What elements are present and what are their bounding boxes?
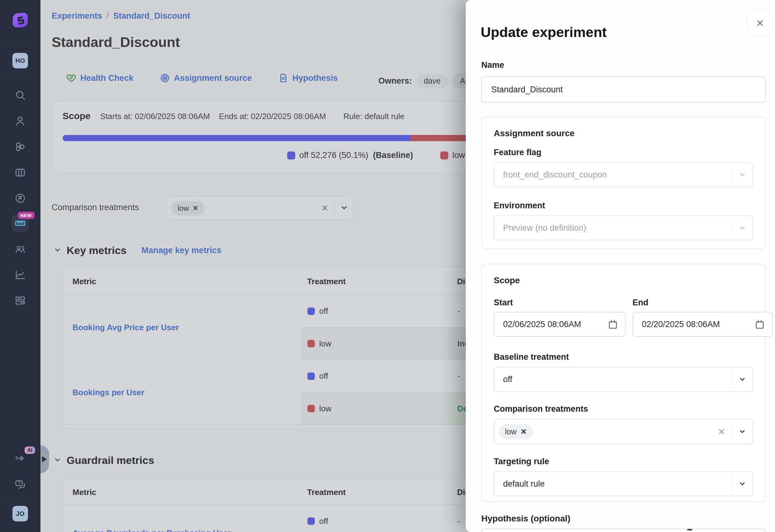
person-icon [14, 115, 26, 127]
assignment-source-link[interactable]: Assignment source [160, 73, 252, 83]
hexagons-icon [14, 141, 26, 153]
treatment-name: off [319, 371, 328, 381]
comparison-treatments-multiselect[interactable]: low ✕ ✕ [494, 419, 753, 444]
treatment-name: off [319, 306, 328, 316]
hypothesis-textarea[interactable] [481, 529, 766, 532]
dashboard-grid-icon [14, 295, 26, 307]
end-date-input[interactable]: 02/20/2025 08:06AM [633, 312, 773, 337]
hypothesis-link[interactable]: Hypothesis [278, 73, 338, 83]
hypothesis-label: Hypothesis (optional) [481, 514, 570, 524]
sidebar-item-feature-flags[interactable] [12, 190, 29, 207]
user-avatar[interactable]: JO [12, 506, 28, 521]
baseline-treatment-label: Baseline treatment [494, 352, 753, 362]
start-date-input[interactable]: 02/06/2025 08:06AM [494, 312, 626, 337]
treatment-swatch-off [307, 372, 315, 380]
treatment-chip-label: low [178, 204, 189, 213]
sidebar-expand-tab[interactable] [40, 445, 49, 473]
col-treatment: Treatment [307, 488, 346, 497]
breadcrumb-separator: / [106, 11, 109, 21]
metric-link[interactable]: Bookings per User [72, 388, 144, 397]
panel-title: Update experiment [481, 24, 607, 40]
end-date-value: 02/20/2025 08:06AM [633, 320, 754, 329]
sidebar-item-dashboards[interactable] [12, 292, 29, 309]
chevron-down-icon[interactable] [732, 376, 753, 383]
breadcrumb-current[interactable]: Standard_Discount [113, 11, 190, 21]
ruler-icon [14, 217, 26, 229]
textarea-grip [687, 529, 692, 530]
end-label: End [633, 298, 773, 308]
legend-item-off: off 52,276 (50.1%) (Baseline) [287, 150, 413, 160]
key-metrics-header: Key metrics Manage key metrics [53, 244, 221, 257]
scope-starts-at: Starts at: 02/06/2025 08:06AM [100, 112, 210, 121]
comparison-treatments-select[interactable]: low ✕ ✕ [166, 196, 353, 220]
calendar-icon[interactable] [754, 319, 765, 330]
treatment-name: low [319, 339, 331, 349]
document-icon [278, 73, 289, 83]
scope-ends-at: Ends at: 02/20/2025 08:06AM [219, 112, 326, 121]
flag-circle-icon [14, 192, 26, 204]
name-input[interactable]: Standard_Discount [481, 76, 766, 103]
clear-select-icon[interactable]: ✕ [718, 426, 726, 437]
sidebar-item-columns[interactable] [12, 164, 29, 181]
hypothesis-label: Hypothesis [292, 73, 338, 83]
chevron-down-icon[interactable] [732, 480, 753, 488]
chevron-down-icon[interactable] [732, 428, 753, 435]
start-date-value: 02/06/2025 08:06AM [494, 320, 608, 329]
sidebar-item-ai-assistant[interactable]: AI [12, 450, 29, 468]
legend-swatch-off [287, 151, 295, 160]
sidebar-item-search[interactable] [12, 86, 29, 104]
legend-swatch-low [440, 151, 448, 160]
legend-baseline-tag: (Baseline) [373, 150, 413, 160]
new-badge: NEW [18, 212, 35, 219]
treatment-chip-low[interactable]: low ✕ [171, 201, 204, 215]
sidebar-item-metrics[interactable] [12, 266, 29, 284]
environment-select[interactable]: Preview (no definition) [494, 215, 753, 240]
feature-flag-select[interactable]: front_end_discount_coupon [494, 162, 753, 187]
scope-card: Scope Start 02/06/2025 08:06AM End 02/20… [481, 264, 766, 502]
remove-chip-icon[interactable]: ✕ [193, 204, 198, 212]
org-badge[interactable]: HO [12, 53, 28, 68]
sidebar-divider [0, 47, 40, 48]
ai-badge: AI [25, 446, 35, 454]
baseline-treatment-value: off [494, 375, 732, 384]
treatment-name: low [319, 404, 331, 414]
metric-link[interactable]: Booking Avg Price per User [72, 323, 179, 332]
environment-label: Environment [494, 201, 753, 210]
ai-sparkle-icon [14, 453, 26, 465]
select-divider [334, 202, 334, 215]
treatment-swatch-off [307, 308, 315, 315]
heart-check-icon [66, 73, 77, 83]
health-check-link[interactable]: Health Check [66, 73, 133, 83]
metric-link[interactable]: Average Downloads per Purchasing User [72, 528, 231, 532]
feature-flag-value: front_end_discount_coupon [494, 170, 732, 180]
sidebar-item-help[interactable]: ? [12, 476, 29, 493]
treatment-name: off [319, 516, 328, 526]
sidebar-item-experiments-active[interactable]: NEW [12, 215, 29, 232]
start-label: Start [494, 298, 626, 308]
sidebar-item-users[interactable] [12, 112, 29, 130]
statsig-logo-icon[interactable] [11, 12, 30, 29]
sidebar-item-segments[interactable] [12, 138, 29, 155]
chevron-right-icon [42, 456, 47, 462]
help-chat-icon: ? [14, 479, 26, 490]
breadcrumb-experiments[interactable]: Experiments [52, 11, 102, 21]
sidebar-item-audiences[interactable] [12, 240, 29, 258]
chevron-down-icon[interactable] [340, 204, 348, 213]
owner-chip[interactable]: dave [416, 73, 448, 89]
close-icon [755, 18, 765, 28]
targeting-rule-select[interactable]: default rule [494, 471, 753, 496]
manage-key-metrics-link[interactable]: Manage key metrics [141, 246, 221, 255]
collapse-caret-icon[interactable] [53, 456, 62, 465]
header-links: Health Check Assignment source Hypothesi… [66, 73, 337, 83]
targeting-rule-label: Targeting rule [494, 457, 753, 466]
treatment-chip-low[interactable]: low ✕ [499, 424, 533, 439]
scope-title: Scope [494, 275, 753, 285]
remove-chip-icon[interactable]: ✕ [521, 427, 527, 436]
collapse-caret-icon[interactable] [53, 246, 62, 255]
close-button[interactable] [746, 9, 774, 37]
baseline-treatment-select[interactable]: off [494, 367, 753, 392]
scope-banner-title: Scope [63, 111, 90, 121]
owners-label: Owners: [378, 76, 412, 86]
clear-select-icon[interactable]: ✕ [321, 203, 328, 213]
calendar-icon[interactable] [608, 319, 618, 330]
